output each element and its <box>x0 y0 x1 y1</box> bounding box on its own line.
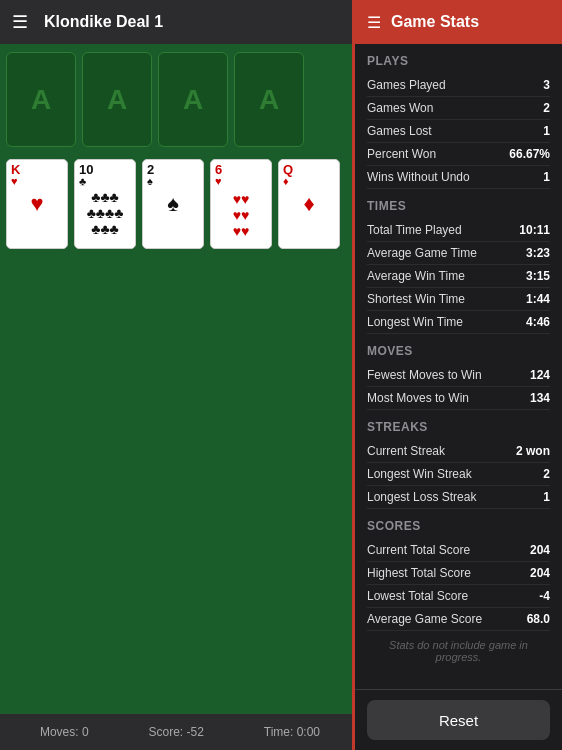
value-longest-win-time: 4:46 <box>526 315 550 329</box>
section-times-title: Times <box>367 199 550 213</box>
label-games-played: Games Played <box>367 78 446 92</box>
label-avg-score: Average Game Score <box>367 612 482 626</box>
stats-panel: ☰ Game Stats Plays Games Played 3 Games … <box>352 0 562 750</box>
section-plays-title: Plays <box>367 54 550 68</box>
stats-menu-icon[interactable]: ☰ <box>367 13 381 32</box>
row-avg-win-time: Average Win Time 3:15 <box>367 265 550 288</box>
row-games-won: Games Won 2 <box>367 97 550 120</box>
card-center: ♣♣♣♣♣♣♣♣♣♣ <box>79 189 131 237</box>
card-king-hearts[interactable]: K ♥ ♥ <box>6 159 68 249</box>
label-games-lost: Games Lost <box>367 124 432 138</box>
card-center: ♦ <box>283 191 335 217</box>
card-rank: 2 <box>147 163 199 176</box>
label-most-moves: Most Moves to Win <box>367 391 469 405</box>
label-longest-loss-streak: Longest Loss Streak <box>367 490 476 504</box>
value-games-won: 2 <box>543 101 550 115</box>
stats-header: ☰ Game Stats <box>355 0 562 44</box>
label-shortest-win-time: Shortest Win Time <box>367 292 465 306</box>
card-suit: ♥ <box>11 176 63 187</box>
value-games-lost: 1 <box>543 124 550 138</box>
row-current-streak: Current Streak 2 won <box>367 440 550 463</box>
card-rank: K <box>11 163 63 176</box>
card-center: ♠ <box>147 191 199 217</box>
value-shortest-win-time: 1:44 <box>526 292 550 306</box>
label-lowest-score: Lowest Total Score <box>367 589 468 603</box>
label-longest-win-time: Longest Win Time <box>367 315 463 329</box>
tableau-col-1: K ♥ ♥ <box>6 159 68 249</box>
value-longest-loss-streak: 1 <box>543 490 550 504</box>
label-percent-won: Percent Won <box>367 147 436 161</box>
reset-button[interactable]: Reset <box>367 700 550 740</box>
label-games-won: Games Won <box>367 101 433 115</box>
time-stat: Time: 0:00 <box>264 725 320 739</box>
row-percent-won: Percent Won 66.67% <box>367 143 550 166</box>
value-wins-without-undo: 1 <box>543 170 550 184</box>
card-2-spades[interactable]: 2 ♠ ♠ <box>142 159 204 249</box>
stats-footer: Reset <box>355 689 562 750</box>
bottom-bar: Moves: 0 Score: -52 Time: 0:00 <box>0 714 360 750</box>
card-queen-diamonds[interactable]: Q ♦ ♦ <box>278 159 340 249</box>
label-longest-win-streak: Longest Win Streak <box>367 467 472 481</box>
value-lowest-score: -4 <box>539 589 550 603</box>
value-current-score: 204 <box>530 543 550 557</box>
menu-icon[interactable]: ☰ <box>12 11 28 33</box>
row-longest-win-streak: Longest Win Streak 2 <box>367 463 550 486</box>
value-most-moves: 134 <box>530 391 550 405</box>
value-current-streak: 2 won <box>516 444 550 458</box>
row-longest-loss-streak: Longest Loss Streak 1 <box>367 486 550 509</box>
card-rank: 6 <box>215 163 267 176</box>
ace-slot-1[interactable]: A <box>6 52 76 147</box>
row-fewest-moves: Fewest Moves to Win 124 <box>367 364 550 387</box>
row-wins-without-undo: Wins Without Undo 1 <box>367 166 550 189</box>
card-suit: ♣ <box>79 176 131 187</box>
stats-note: Stats do not include game in progress. <box>367 631 550 671</box>
card-6-hearts[interactable]: 6 ♥ ♥♥♥♥♥♥ <box>210 159 272 249</box>
card-suit: ♦ <box>283 176 335 187</box>
value-fewest-moves: 124 <box>530 368 550 382</box>
card-rank: 10 <box>79 163 131 176</box>
card-center: ♥ <box>11 191 63 217</box>
value-longest-win-streak: 2 <box>543 467 550 481</box>
row-avg-game-time: Average Game Time 3:23 <box>367 242 550 265</box>
row-avg-score: Average Game Score 68.0 <box>367 608 550 631</box>
tableau-col-3: 2 ♠ ♠ <box>142 159 204 249</box>
section-streaks-title: Streaks <box>367 420 550 434</box>
row-total-time: Total Time Played 10:11 <box>367 219 550 242</box>
section-scores-title: Scores <box>367 519 550 533</box>
moves-stat: Moves: 0 <box>40 725 89 739</box>
label-current-score: Current Total Score <box>367 543 470 557</box>
value-percent-won: 66.67% <box>509 147 550 161</box>
row-longest-win-time: Longest Win Time 4:46 <box>367 311 550 334</box>
value-avg-score: 68.0 <box>527 612 550 626</box>
card-rank: Q <box>283 163 335 176</box>
stats-body: Plays Games Played 3 Games Won 2 Games L… <box>355 44 562 689</box>
value-avg-game-time: 3:23 <box>526 246 550 260</box>
row-most-moves: Most Moves to Win 134 <box>367 387 550 410</box>
label-avg-game-time: Average Game Time <box>367 246 477 260</box>
value-games-played: 3 <box>543 78 550 92</box>
card-10-clubs[interactable]: 10 ♣ ♣♣♣♣♣♣♣♣♣♣ <box>74 159 136 249</box>
ace-slot-3[interactable]: A <box>158 52 228 147</box>
row-shortest-win-time: Shortest Win Time 1:44 <box>367 288 550 311</box>
row-lowest-score: Lowest Total Score -4 <box>367 585 550 608</box>
tableau-col-4: 6 ♥ ♥♥♥♥♥♥ <box>210 159 272 249</box>
value-total-time: 10:11 <box>519 223 550 237</box>
label-current-streak: Current Streak <box>367 444 445 458</box>
value-avg-win-time: 3:15 <box>526 269 550 283</box>
tableau-col-2: 10 ♣ ♣♣♣♣♣♣♣♣♣♣ <box>74 159 136 249</box>
stats-title: Game Stats <box>391 13 479 31</box>
ace-slot-2[interactable]: A <box>82 52 152 147</box>
row-games-lost: Games Lost 1 <box>367 120 550 143</box>
label-total-time: Total Time Played <box>367 223 462 237</box>
score-stat: Score: -52 <box>149 725 204 739</box>
tableau-col-5: Q ♦ ♦ <box>278 159 340 249</box>
label-wins-without-undo: Wins Without Undo <box>367 170 470 184</box>
card-center: ♥♥♥♥♥♥ <box>215 191 267 239</box>
value-highest-score: 204 <box>530 566 550 580</box>
label-fewest-moves: Fewest Moves to Win <box>367 368 482 382</box>
card-suit: ♥ <box>215 176 267 187</box>
row-games-played: Games Played 3 <box>367 74 550 97</box>
row-highest-score: Highest Total Score 204 <box>367 562 550 585</box>
ace-slot-4[interactable]: A <box>234 52 304 147</box>
label-avg-win-time: Average Win Time <box>367 269 465 283</box>
